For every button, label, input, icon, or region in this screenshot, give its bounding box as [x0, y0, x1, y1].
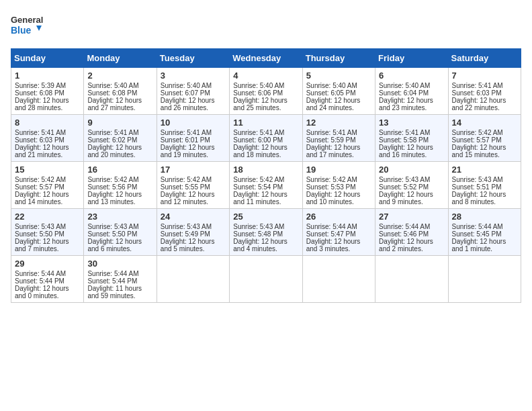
table-row: 26Sunrise: 5:44 AMSunset: 5:47 PMDayligh…: [302, 209, 375, 256]
col-tuesday: Tuesday: [157, 49, 229, 68]
table-row: 19Sunrise: 5:42 AMSunset: 5:53 PMDayligh…: [302, 162, 375, 209]
calendar-row: 8Sunrise: 5:41 AMSunset: 6:03 PMDaylight…: [11, 115, 521, 162]
calendar-table: Sunday Monday Tuesday Wednesday Thursday…: [11, 48, 521, 303]
logo: General Blue: [11, 11, 44, 40]
table-row: [230, 256, 302, 303]
table-row: 7Sunrise: 5:41 AMSunset: 6:03 PMDaylight…: [448, 68, 521, 115]
table-row: 16Sunrise: 5:42 AMSunset: 5:56 PMDayligh…: [84, 162, 157, 209]
header-row: Sunday Monday Tuesday Wednesday Thursday…: [11, 49, 521, 68]
col-thursday: Thursday: [302, 49, 375, 68]
table-row: 22Sunrise: 5:43 AMSunset: 5:50 PMDayligh…: [11, 209, 84, 256]
table-row: 2Sunrise: 5:40 AMSunset: 6:08 PMDaylight…: [84, 68, 157, 115]
table-row: 29Sunrise: 5:44 AMSunset: 5:44 PMDayligh…: [11, 256, 84, 303]
svg-text:Blue: Blue: [11, 25, 32, 36]
table-row: 21Sunrise: 5:43 AMSunset: 5:51 PMDayligh…: [448, 162, 521, 209]
table-row: 18Sunrise: 5:42 AMSunset: 5:54 PMDayligh…: [230, 162, 302, 209]
page-header: General Blue: [11, 11, 521, 40]
calendar-row: 22Sunrise: 5:43 AMSunset: 5:50 PMDayligh…: [11, 209, 521, 256]
table-row: 20Sunrise: 5:43 AMSunset: 5:52 PMDayligh…: [375, 162, 448, 209]
table-row: 30Sunrise: 5:44 AMSunset: 5:44 PMDayligh…: [84, 256, 157, 303]
table-row: 1Sunrise: 5:39 AMSunset: 6:08 PMDaylight…: [11, 68, 84, 115]
calendar-row: 1Sunrise: 5:39 AMSunset: 6:08 PMDaylight…: [11, 68, 521, 115]
table-row: 11Sunrise: 5:41 AMSunset: 6:00 PMDayligh…: [230, 115, 302, 162]
svg-text:General: General: [11, 15, 43, 25]
table-row: [375, 256, 448, 303]
table-row: 14Sunrise: 5:42 AMSunset: 5:57 PMDayligh…: [448, 115, 521, 162]
table-row: 28Sunrise: 5:44 AMSunset: 5:45 PMDayligh…: [448, 209, 521, 256]
table-row: [302, 256, 375, 303]
col-friday: Friday: [375, 49, 448, 68]
table-row: 3Sunrise: 5:40 AMSunset: 6:07 PMDaylight…: [157, 68, 229, 115]
table-row: 27Sunrise: 5:44 AMSunset: 5:46 PMDayligh…: [375, 209, 448, 256]
table-row: 13Sunrise: 5:41 AMSunset: 5:58 PMDayligh…: [375, 115, 448, 162]
table-row: 23Sunrise: 5:43 AMSunset: 5:50 PMDayligh…: [84, 209, 157, 256]
table-row: 6Sunrise: 5:40 AMSunset: 6:04 PMDaylight…: [375, 68, 448, 115]
table-row: 5Sunrise: 5:40 AMSunset: 6:05 PMDaylight…: [302, 68, 375, 115]
table-row: 15Sunrise: 5:42 AMSunset: 5:57 PMDayligh…: [11, 162, 84, 209]
svg-marker-2: [36, 26, 42, 31]
calendar-row: 29Sunrise: 5:44 AMSunset: 5:44 PMDayligh…: [11, 256, 521, 303]
col-saturday: Saturday: [448, 49, 521, 68]
table-row: 12Sunrise: 5:41 AMSunset: 5:59 PMDayligh…: [302, 115, 375, 162]
calendar-row: 15Sunrise: 5:42 AMSunset: 5:57 PMDayligh…: [11, 162, 521, 209]
table-row: 10Sunrise: 5:41 AMSunset: 6:01 PMDayligh…: [157, 115, 229, 162]
logo-svg: General Blue: [11, 11, 44, 40]
table-row: 9Sunrise: 5:41 AMSunset: 6:02 PMDaylight…: [84, 115, 157, 162]
col-sunday: Sunday: [11, 49, 84, 68]
table-row: 4Sunrise: 5:40 AMSunset: 6:06 PMDaylight…: [230, 68, 302, 115]
table-row: [157, 256, 229, 303]
table-row: 25Sunrise: 5:43 AMSunset: 5:48 PMDayligh…: [230, 209, 302, 256]
table-row: [448, 256, 521, 303]
col-wednesday: Wednesday: [230, 49, 302, 68]
table-row: 8Sunrise: 5:41 AMSunset: 6:03 PMDaylight…: [11, 115, 84, 162]
col-monday: Monday: [84, 49, 157, 68]
table-row: 17Sunrise: 5:42 AMSunset: 5:55 PMDayligh…: [157, 162, 229, 209]
table-row: 24Sunrise: 5:43 AMSunset: 5:49 PMDayligh…: [157, 209, 229, 256]
